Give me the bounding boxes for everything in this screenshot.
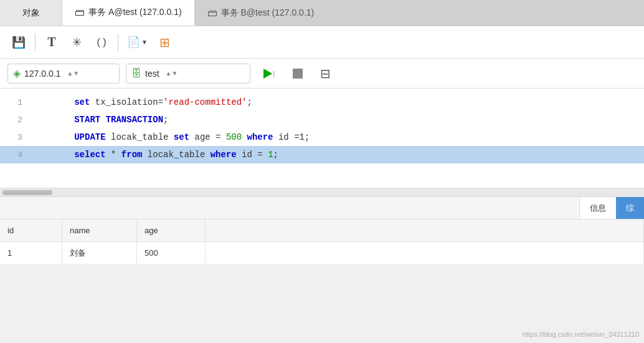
ip-value: 127.0.0.1 (24, 69, 60, 79)
cell-id-value: 1 (7, 248, 12, 258)
line-number-1: 1 (5, 98, 22, 107)
format-button[interactable]: T (40, 31, 63, 54)
cell-age-value: 500 (144, 248, 158, 258)
grid-button[interactable]: ⊞ (154, 31, 176, 54)
toolbar: 💾 T ✳ ( ) 📄 ▼ ⊞ (0, 26, 644, 59)
watermark-text: https://blog.csdn.net/weixin_34311210 (523, 331, 639, 338)
grid-header: id name age (0, 220, 644, 242)
save-icon: 💾 (12, 36, 26, 49)
stop-button[interactable] (288, 64, 308, 84)
doc-dropdown-arrow: ▼ (141, 39, 148, 46)
magic-button[interactable]: ✳ (65, 31, 88, 54)
doc-icon: 📄 (127, 36, 140, 49)
data-grid: id name age 1 刘备 500 (0, 220, 644, 264)
toolbar-separator-1 (35, 34, 36, 51)
run-cursor-icon: | (273, 70, 275, 77)
ip-flag-icon: ◈ (13, 67, 21, 79)
db-value: test (145, 69, 159, 79)
format-icon: T (47, 35, 55, 49)
cell-id: 1 (0, 242, 62, 264)
tab-blue[interactable]: 综 (616, 197, 644, 219)
braces-button[interactable]: ( ) (90, 31, 113, 54)
address-bar: ◈ 127.0.0.1 ▲▼ 🗄 test ▲▼ | ⊟ (0, 59, 644, 89)
tab-remainder (327, 0, 644, 26)
table-row: 1 刘备 500 (0, 242, 644, 264)
tab-info-label: 信息 (590, 203, 606, 214)
ip-select[interactable]: ◈ 127.0.0.1 ▲▼ (7, 64, 120, 84)
cell-name-value: 刘备 (70, 248, 86, 259)
code-editor[interactable]: 1 set tx_isolation='read-committed'; 2 S… (0, 89, 644, 188)
cell-rest (206, 242, 644, 264)
horizontal-scrollbar[interactable] (0, 188, 644, 197)
save-button[interactable]: 💾 (7, 31, 30, 54)
db-stack-icon: 🗄 (131, 68, 141, 79)
magic-icon: ✳ (72, 36, 82, 49)
tab-a-icon: 🗃 (75, 7, 85, 18)
col-id-label: id (7, 226, 14, 235)
toolbar-separator-2 (118, 34, 118, 51)
db-select[interactable]: 🗄 test ▲▼ (126, 64, 250, 84)
db-chevron-icon: ▲▼ (166, 70, 178, 77)
cell-age: 500 (137, 242, 206, 264)
tab-b-label: 事务 B@test (127.0.0.1) (221, 7, 315, 19)
tab-transaction-a[interactable]: 🗃 事务 A@test (127.0.0.1) (62, 0, 195, 26)
col-header-age: age (137, 220, 206, 241)
col-header-rest (206, 220, 644, 241)
braces-icon: ( ) (97, 37, 106, 48)
tab-objects[interactable]: 对象 (0, 0, 62, 26)
col-age-label: age (144, 226, 158, 235)
line-number-4: 4 (5, 150, 22, 160)
tab-objects-label: 对象 (22, 7, 40, 19)
tab-a-label: 事务 A@test (127.0.0.1) (88, 7, 182, 18)
tab-transaction-b[interactable]: 🗃 事务 B@test (127.0.0.1) (195, 0, 328, 26)
tab-bar: 对象 🗃 事务 A@test (127.0.0.1) 🗃 事务 B@test (… (0, 0, 644, 26)
doc-dropdown-button[interactable]: 📄 ▼ (123, 31, 151, 54)
result-tabs: 信息 综 (0, 197, 644, 220)
line-number-3: 3 (5, 133, 22, 142)
tab-blue-label: 综 (626, 203, 634, 214)
scrollbar-thumb[interactable] (2, 190, 52, 195)
col-name-label: name (70, 226, 90, 235)
play-icon (263, 69, 272, 79)
col-header-name: name (62, 220, 137, 241)
stop-icon (293, 69, 303, 79)
col-header-id: id (0, 220, 62, 241)
code-content-4: select * from locak_table where id = 1; (32, 140, 278, 170)
tab-info[interactable]: 信息 (579, 197, 616, 219)
split-icon: ⊟ (320, 66, 331, 81)
cell-name: 刘备 (62, 242, 137, 264)
tab-b-icon: 🗃 (207, 7, 217, 19)
watermark: https://blog.csdn.net/weixin_34311210 (523, 331, 639, 338)
ip-chevron-icon: ▲▼ (67, 70, 79, 77)
grid-icon: ⊞ (159, 35, 170, 50)
line-number-2: 2 (5, 115, 22, 125)
run-button[interactable]: | (257, 64, 282, 84)
split-button[interactable]: ⊟ (314, 64, 336, 84)
code-line-4: 4 select * from locak_table where id = 1… (0, 146, 644, 163)
